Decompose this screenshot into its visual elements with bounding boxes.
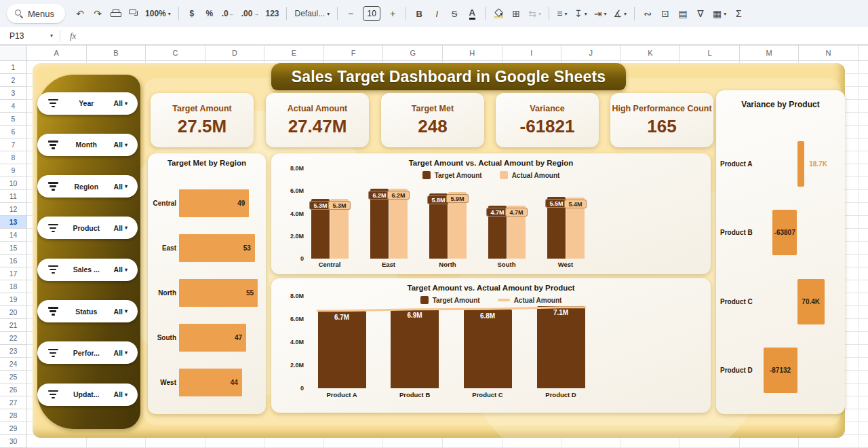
row-header-26[interactable]: 26 [0, 384, 27, 396]
filter-value-dropdown[interactable]: All▾ [114, 265, 127, 274]
print-button[interactable] [107, 5, 123, 22]
row-header-23[interactable]: 23 [0, 345, 27, 358]
column-header-C[interactable]: C [146, 45, 205, 60]
filter-value-dropdown[interactable]: All▾ [114, 183, 127, 191]
row-header-2[interactable]: 2 [0, 74, 27, 87]
fill-color-button[interactable] [490, 5, 507, 22]
borders-button[interactable]: ⊞ [508, 5, 524, 22]
row-header-10[interactable]: 10 [0, 177, 27, 190]
text-color-button[interactable]: A [464, 5, 480, 22]
filter-month[interactable]: MonthAll▾ [37, 134, 138, 156]
row-header-28[interactable]: 28 [0, 409, 27, 422]
filter-value-dropdown[interactable]: All▾ [114, 141, 127, 149]
kpi-target-met[interactable]: Target Met248 [381, 93, 484, 147]
filter-perfor[interactable]: Perfor...All▾ [37, 341, 138, 364]
increase-font-size-button[interactable]: + [384, 5, 401, 22]
filter-region[interactable]: RegionAll▾ [37, 175, 138, 198]
row-header-3[interactable]: 3 [0, 87, 27, 100]
chart-variance-by-product[interactable]: Variance by Product Product A18.7KProduc… [716, 90, 845, 414]
insert-link-button[interactable]: ∾ [639, 5, 656, 22]
decrease-decimal-button[interactable]: .0 ← [219, 5, 237, 22]
row-header-29[interactable]: 29 [0, 422, 27, 435]
row-header-20[interactable]: 20 [0, 306, 27, 319]
filter-sales[interactable]: Sales ...All▾ [37, 259, 138, 281]
row-header-11[interactable]: 11 [0, 190, 27, 203]
column-header-I[interactable]: I [502, 45, 562, 60]
chart-target-vs-actual-by-region[interactable]: Target Amount vs. Actual Amount by Regio… [271, 153, 711, 274]
strikethrough-button[interactable]: S [446, 5, 462, 22]
row-header-18[interactable]: 18 [0, 280, 27, 293]
horizontal-align-button[interactable]: ≡ ▾ [554, 5, 570, 22]
undo-button[interactable]: ↶ [72, 5, 88, 22]
italic-button[interactable]: I [429, 5, 445, 22]
filter-views-button[interactable]: ▦ ▾ [710, 5, 729, 22]
zoom-dropdown[interactable]: 100% ▾ [142, 5, 174, 22]
merge-cells-button[interactable]: ⇆ ▾ [526, 5, 544, 22]
format-percent-button[interactable]: % [201, 5, 218, 22]
redo-button[interactable]: ↷ [90, 5, 106, 22]
column-header-G[interactable]: G [383, 45, 443, 60]
kpi-target-amount[interactable]: Target Amount27.5M [151, 93, 254, 147]
filter-status[interactable]: StatusAll▾ [37, 300, 138, 322]
decrease-font-size-button[interactable]: − [342, 5, 359, 22]
filter-value-dropdown[interactable]: All▾ [114, 224, 127, 232]
insert-chart-button[interactable]: ▤ [675, 5, 691, 22]
column-header-D[interactable]: D [205, 45, 265, 60]
row-header-27[interactable]: 27 [0, 396, 27, 409]
row-header-21[interactable]: 21 [0, 319, 27, 332]
number-format-button[interactable]: 123 [262, 5, 281, 22]
column-header-E[interactable]: E [264, 45, 324, 60]
bold-button[interactable]: B [411, 5, 427, 22]
create-filter-button[interactable]: ∇ [692, 5, 709, 22]
column-header-B[interactable]: B [87, 45, 146, 60]
functions-button[interactable]: Σ [730, 5, 747, 22]
filter-value-dropdown[interactable]: All▾ [114, 99, 127, 107]
row-header-14[interactable]: 14 [0, 229, 27, 242]
column-header-A[interactable]: A [27, 45, 87, 60]
text-wrap-button[interactable]: ⇥ ▾ [591, 5, 610, 22]
row-header-7[interactable]: 7 [0, 138, 27, 151]
select-all-corner[interactable] [0, 45, 27, 60]
spreadsheet-grid[interactable]: Sales Target Dashboard in Google Sheets … [27, 61, 868, 448]
filter-updat[interactable]: Updat...All▾ [37, 384, 138, 406]
row-header-24[interactable]: 24 [0, 358, 27, 371]
kpi-high-performance-count[interactable]: High Performance Count165 [610, 93, 713, 147]
column-header-F[interactable]: F [324, 45, 384, 60]
row-header-1[interactable]: 1 [0, 61, 27, 74]
menus-search-button[interactable]: Menus [7, 4, 65, 23]
kpi-variance[interactable]: Variance-61821 [496, 93, 599, 147]
row-header-6[interactable]: 6 [0, 126, 27, 138]
text-rotation-button[interactable]: ∡ ▾ [610, 5, 629, 22]
increase-decimal-button[interactable]: .00 → [239, 5, 262, 22]
filter-value-dropdown[interactable]: All▾ [114, 390, 127, 398]
row-header-8[interactable]: 8 [0, 151, 27, 164]
column-header-J[interactable]: J [561, 45, 621, 60]
chart-target-vs-actual-by-product[interactable]: Target Amount vs. Actual Amount by Produ… [271, 278, 711, 413]
column-header-M[interactable]: M [740, 45, 800, 60]
font-size-input[interactable]: 10 [363, 6, 380, 21]
row-header-13[interactable]: 13 [0, 216, 27, 229]
filter-product[interactable]: ProductAll▾ [37, 217, 138, 239]
vertical-align-button[interactable]: ↧ ▾ [572, 5, 590, 22]
filter-value-dropdown[interactable]: All▾ [114, 307, 127, 316]
format-currency-button[interactable]: $ [184, 5, 200, 22]
row-header-30[interactable]: 30 [0, 435, 27, 448]
insert-comment-button[interactable]: ⊡ [657, 5, 673, 22]
row-header-5[interactable]: 5 [0, 113, 27, 126]
row-header-12[interactable]: 12 [0, 203, 27, 216]
row-header-15[interactable]: 15 [0, 242, 27, 255]
paint-format-button[interactable] [125, 5, 141, 22]
row-header-16[interactable]: 16 [0, 255, 27, 267]
row-header-25[interactable]: 25 [0, 371, 27, 384]
row-header-17[interactable]: 17 [0, 267, 27, 280]
font-dropdown[interactable]: Defaul... ▾ [292, 5, 332, 22]
row-header-19[interactable]: 19 [0, 293, 27, 306]
row-header-22[interactable]: 22 [0, 332, 27, 345]
column-header-K[interactable]: K [621, 45, 681, 60]
name-box[interactable]: P13 ▾ [0, 31, 60, 41]
row-header-4[interactable]: 4 [0, 100, 27, 113]
chart-target-met-by-region[interactable]: Target Met by Region Central49East53Nort… [148, 153, 266, 414]
filter-value-dropdown[interactable]: All▾ [114, 349, 127, 357]
filter-year[interactable]: YearAll▾ [37, 92, 138, 115]
column-header-H[interactable]: H [443, 45, 502, 60]
